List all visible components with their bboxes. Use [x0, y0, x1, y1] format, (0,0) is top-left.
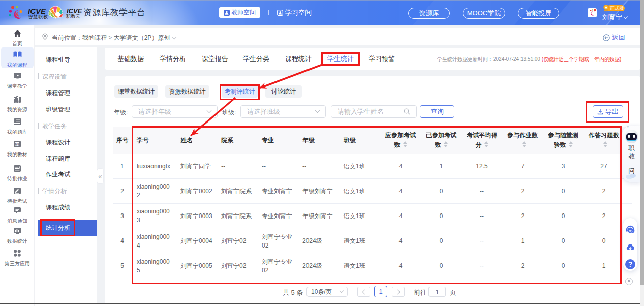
svg-text:数字: 数字 [14, 143, 20, 146]
